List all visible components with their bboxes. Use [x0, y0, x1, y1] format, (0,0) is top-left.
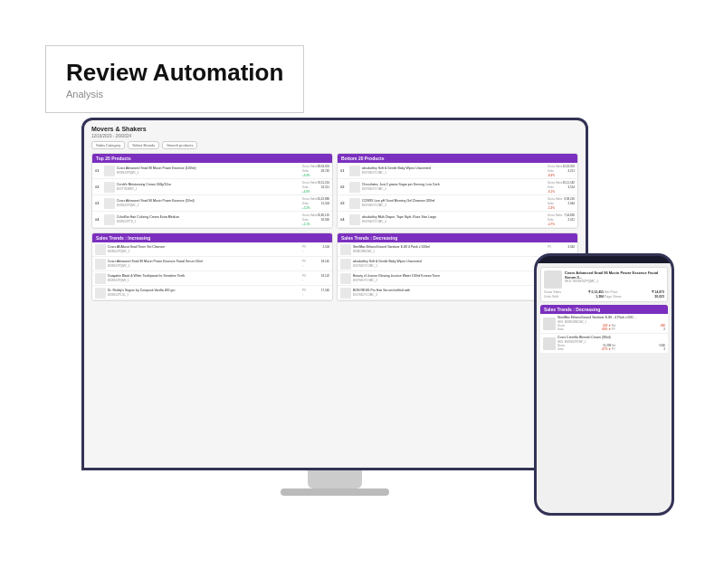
product-img	[95, 273, 106, 284]
rank-2: #2	[95, 185, 102, 189]
filter-brands[interactable]: Select Brands	[128, 141, 159, 149]
table-row: #3 COSRX Low pH Good Morning Gel Cleanse…	[338, 195, 577, 212]
filter-search[interactable]: Search products	[162, 141, 197, 149]
phone-product-asin: SKU: B00WXZPQMC_1	[565, 280, 664, 283]
filter-category[interactable]: Sales Category	[91, 141, 125, 149]
rank-4: #4	[95, 217, 102, 222]
phone-product-header: Cosrx Advanced Snail 96 Mucin Power Esse…	[544, 270, 664, 289]
monitor-wrapper: Movers & Shakers 12/10/2023 - 2/9/2024 S…	[81, 118, 588, 498]
product-img	[340, 259, 351, 270]
gross-label: Gross Sales	[544, 290, 561, 294]
product-img	[340, 273, 351, 284]
table-row: #2 CeraVe Moisturizing Cream 340g/12oz B…	[92, 179, 332, 195]
product-asin: B00784CFCOMC_2	[353, 279, 546, 282]
product-stats: Gross Sales7,54,820 Units2,011 -4.7%	[548, 213, 575, 226]
phone-product-card: Cosrx Advanced Snail 96 Mucin Power Esse…	[540, 267, 668, 302]
product-stats: Gross Sales12,22,001 Units4,211 -8.4%	[548, 165, 575, 177]
product-img	[349, 166, 360, 176]
product-stats: Gross Sales10,11,542 Units3,514 -6.1%	[548, 181, 575, 194]
product-info: Dr. Reddy's Segrec by Composit Vanilla 4…	[108, 289, 300, 296]
product-img	[104, 166, 115, 176]
product-info: BON RESG Pro Hair Serum fortified with B…	[353, 289, 546, 296]
table-row: #1 Cosrx Advanced Snail 96 Mucin Power E…	[92, 163, 332, 179]
product-stats: Gross Sales61,22,880 Units21,504 +3.2%	[302, 197, 329, 210]
table-row: Cosrx All About Snail Toner Set Cleanser…	[92, 242, 332, 257]
phone-stat-net: Net Price ₹14,873	[605, 290, 664, 294]
table-row: Dr. Reddy's Segrec by Composit Vanilla 4…	[92, 286, 332, 300]
product-info: SteriMax Ethanol based Sanitizer E-80 4 …	[353, 245, 546, 252]
product-stats: Gross Sales55,80,110 Units18,926 +2.1%	[302, 213, 329, 226]
top-bottom-grid: Top 20 Products #1 Cosrx Advanced Snail …	[91, 153, 578, 229]
product-img	[104, 214, 115, 225]
product-asin: B00WXZPQMC_1	[117, 171, 300, 175]
phone-panel-img	[543, 318, 556, 330]
table-row: Cosrx Advanced Snail 96 Mucin Power Esse…	[92, 257, 332, 271]
product-img	[104, 182, 115, 193]
product-stats: PV3,042 ↓	[548, 245, 575, 253]
product-asin: B00784CFCOMC_1	[353, 264, 546, 268]
phone-product-img	[544, 270, 562, 289]
phone-stat-gross: Gross Sales ₹0,12,455	[544, 290, 604, 294]
product-asin: B00784CFCOMC_3	[353, 293, 546, 297]
phone-panel-info: SteriMax Ethanol based Sanitizer E-80 - …	[557, 316, 665, 331]
product-img	[95, 244, 106, 255]
product-asin: B00WXZPTD_1	[117, 220, 300, 223]
label-box: Review Automation Analysis	[45, 45, 304, 113]
product-img	[340, 244, 351, 255]
trends-grid: Sales Trends : Increasing Cosrx All Abou…	[91, 232, 578, 301]
bottom20-panel: Bottom 20 Products #1 absoluttley Soft &…	[337, 153, 578, 229]
product-asin: B00784CFCOMC_3	[362, 204, 546, 207]
list-item: SteriMax Ethanol based Sanitizer E-80 - …	[540, 314, 668, 334]
product-stats: PV17,540 ↑	[302, 289, 329, 297]
rank-b2: #2	[340, 185, 348, 189]
phone-panel-info: Cosrx Centella Blemish Cream (30ml) SKU:…	[557, 336, 665, 351]
phone-product-info: Cosrx Advanced Snail 96 Mucin Power Esse…	[565, 270, 664, 289]
product-asin: B00WXZPQMC_2	[108, 264, 300, 268]
product-info: CeraVe Moisturizing Cream 340g/12oz B00T…	[117, 183, 300, 190]
units-label: Units Sold	[544, 295, 558, 299]
phone-frame: Cosrx Advanced Snail 96 Mucin Power Esse…	[534, 253, 674, 516]
product-stats: PV18,145 ↑	[302, 260, 329, 268]
filter-row: Sales Category Select Brands Search prod…	[91, 141, 578, 149]
phone-panel-stats: Gross₹1,209 Net₹540 Units-07% ▼ PV3	[557, 344, 665, 352]
product-info: Beauty of Joseon Glowing Licorice Water …	[353, 274, 546, 281]
increasing-header: Sales Trends : Increasing	[92, 233, 332, 242]
product-img	[95, 288, 106, 299]
gross-val: ₹0,12,455	[588, 290, 604, 294]
product-info: Chocolates, Just 2 grams Sugar per Servi…	[362, 183, 546, 190]
bottom20-header: Bottom 20 Products	[338, 154, 577, 163]
page-title: Review Automation	[66, 59, 283, 87]
table-row: #1 absoluttley Soft & Gentle Baby Wipes …	[338, 163, 577, 179]
screen-date: 12/10/2023 - 2/9/2024	[91, 134, 578, 138]
rank-b4: #4	[340, 217, 348, 222]
phone-product-title: Cosrx Advanced Snail 96 Mucin Power Esse…	[565, 270, 664, 280]
product-info: absoluttley Multi Diaper, Tape Style, Ro…	[362, 215, 546, 223]
product-info: Guayakin Black & White Toothpaste for Se…	[108, 274, 300, 281]
table-row: #4 ColorBar Hair Coloring Cream Extra Me…	[92, 212, 332, 228]
pv-val: 30,023	[654, 295, 664, 299]
product-img	[349, 198, 360, 209]
screen-header: Movers & Shakers	[91, 126, 578, 132]
product-info: Cosrx Advanced Snail 96 Mucin Power Esse…	[108, 260, 300, 267]
product-stats: Gross Sales9,08,210 Units2,944 -5.3%	[548, 197, 575, 210]
product-img	[95, 259, 106, 270]
product-stats: Gross Sales74,51,214 Units24,311 +4.8%	[302, 181, 329, 194]
increasing-panel: Sales Trends : Increasing Cosrx All Abou…	[91, 232, 333, 301]
phone-stats-grid: Gross Sales ₹0,12,455 Net Price ₹14,873 …	[544, 290, 664, 299]
phone-screen: Cosrx Advanced Snail 96 Mucin Power Esse…	[537, 263, 672, 513]
product-stats: Gross Sales83,64,001 Units28,742 +6.4%	[302, 165, 329, 177]
product-asin: B00784CFCOMC_2	[362, 187, 546, 191]
table-row: Guayakin Black & White Toothpaste for Se…	[92, 271, 332, 286]
monitor-screen: Movers & Shakers 12/10/2023 - 2/9/2024 S…	[84, 120, 586, 468]
table-row: #4 absoluttley Multi Diaper, Tape Style,…	[338, 212, 577, 228]
table-row: #2 Chocolates, Just 2 grams Sugar per Se…	[338, 179, 577, 195]
phone-notch	[586, 256, 623, 263]
monitor-base	[281, 488, 389, 496]
product-asin: B00WXZPQMC_1	[108, 250, 300, 253]
product-asin: B00TTD9BRC_1	[117, 187, 300, 191]
product-asin: B00784CFCOMC_1	[362, 171, 546, 175]
phone-panel-stats: Gross-042 ▼ Net-040 Units-09% ▼ PV2	[557, 324, 665, 332]
top20-header: Top 20 Products	[92, 154, 332, 163]
product-asin: B00WXZPQMJ_1	[108, 279, 300, 282]
rank-1: #1	[95, 168, 102, 173]
